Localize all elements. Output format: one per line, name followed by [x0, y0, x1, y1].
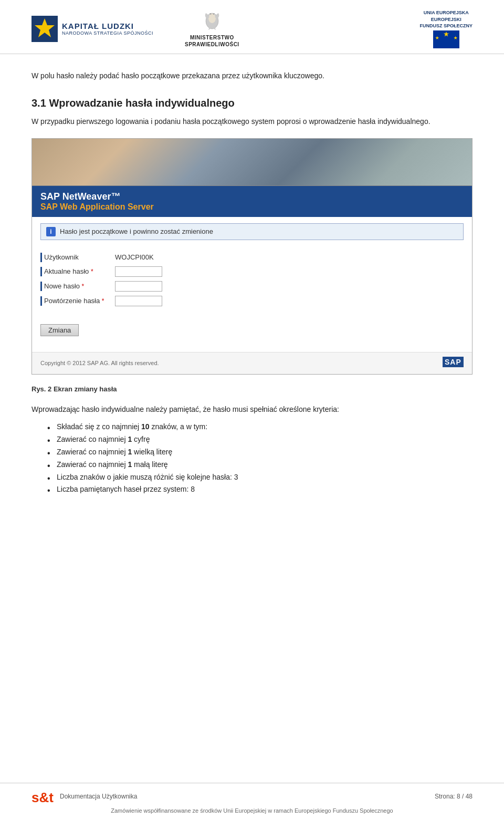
sap-form-row-user: Użytkownik WOJCPI00K — [40, 253, 464, 262]
sap-netweaver-label: SAP NetWeaver™ — [40, 191, 464, 202]
sap-form-row-new: Nowe hasło * — [40, 281, 464, 292]
section-subtitle: W przypadku pierwszego logowania i podan… — [32, 116, 472, 127]
list-item: Składać się z co najmniej 10 znaków, a w… — [47, 421, 472, 433]
st-logo-icon: s&t — [32, 789, 56, 804]
footer-bottom-text: Zamówienie współfinansowane ze środków U… — [32, 807, 472, 814]
sap-webapp-label: SAP Web Application Server — [40, 202, 464, 212]
main-content: W polu hasło należy podać hasło początko… — [0, 54, 504, 554]
list-item: Zawierać co najmniej 1 cyfrę — [47, 433, 472, 446]
svg-point-4 — [211, 14, 214, 17]
sap-form-row-repeat: Powtórzenie hasła * — [40, 296, 464, 306]
sap-label-user: Użytkownik — [40, 253, 109, 262]
kapital-star-icon — [32, 16, 58, 42]
label-bar-icon — [40, 267, 42, 276]
list-item: Liczba pamiętanych haseł przez system: 8 — [47, 483, 472, 496]
sap-logo-icon: SAP — [443, 357, 464, 367]
ministerstwo-label: MINISTERSTWO SPRAWIEDLIWOŚCI — [185, 34, 239, 48]
label-bar-icon — [40, 282, 42, 291]
page-footer: s&t Dokumentacja Użytkownika Strona: 8 /… — [0, 783, 504, 819]
svg-text:SAP: SAP — [445, 358, 461, 366]
sap-copyright-text: Copyright © 2012 SAP AG. All rights rese… — [40, 360, 159, 366]
sap-header-image — [32, 139, 472, 186]
logo-ministerstwo: MINISTERSTWO SPRAWIEDLIWOŚCI — [185, 10, 239, 48]
sap-info-text: Hasło jest początkowe i powinno zostać z… — [60, 227, 213, 235]
criteria-list: Składać się z co najmniej 10 znaków, a w… — [32, 421, 472, 496]
kapital-sub-label: NARODOWA STRATEGIA SPÓJNOŚCI — [62, 30, 153, 36]
footer-top: s&t Dokumentacja Użytkownika Strona: 8 /… — [32, 789, 472, 804]
list-item: Zawierać co najmniej 1 małą literę — [47, 459, 472, 471]
kapital-main-label: KAPITAŁ LUDZKI — [62, 22, 153, 30]
figure-caption: Rys. 2 Ekran zmiany hasła — [32, 385, 472, 393]
ue-flag-icon — [433, 30, 459, 48]
eagle-icon — [202, 10, 222, 32]
sap-label-new: Nowe hasło * — [40, 282, 109, 291]
label-bar-icon — [40, 253, 42, 262]
label-bar-icon — [40, 296, 42, 306]
kapital-text: KAPITAŁ LUDZKI NARODOWA STRATEGIA SPÓJNO… — [62, 22, 153, 36]
sap-label-current: Aktualne hasło * — [40, 267, 109, 276]
sap-user-value: WOJCPI00K — [115, 253, 154, 261]
sap-brand-logo: SAP — [443, 357, 464, 370]
logo-kapital: KAPITAŁ LUDZKI NARODOWA STRATEGIA SPÓJNO… — [32, 16, 153, 42]
list-item: Zawierać co najmniej 1 wielką literę — [47, 446, 472, 459]
footer-page-number: Strona: 8 / 48 — [435, 793, 472, 800]
sap-form-row-current: Aktualne hasło * — [40, 266, 464, 277]
sap-title-bar: SAP NetWeaver™ SAP Web Application Serve… — [32, 186, 472, 217]
sap-input-repeat-password[interactable] — [115, 296, 162, 306]
footer-logo: s&t Dokumentacja Użytkownika — [32, 789, 137, 804]
sap-info-icon: i — [46, 227, 56, 236]
sap-zmiana-button[interactable]: Zmiana — [40, 324, 79, 336]
sap-footer: Copyright © 2012 SAP AG. All rights rese… — [32, 352, 472, 374]
svg-text:s&t: s&t — [32, 790, 54, 804]
section-title: 3.1 Wprowadzanie hasła indywidualnego — [32, 97, 472, 109]
sap-form: Użytkownik WOJCPI00K Aktualne hasło * — [40, 248, 464, 346]
sap-info-bar: i Hasło jest początkowe i powinno zostać… — [40, 223, 464, 240]
list-item: Liczba znaków o jakie muszą różnić się k… — [47, 471, 472, 484]
sap-body: i Hasło jest początkowe i powinno zostać… — [32, 217, 472, 352]
ue-label: UNIA EUROPEJSKA EUROPEJSKI FUNDUSZ SPOŁE… — [419, 9, 472, 29]
page-header: KAPITAŁ LUDZKI NARODOWA STRATEGIA SPÓJNO… — [0, 0, 504, 54]
body-paragraph: Wprowadzając hasło indywidualne należy p… — [32, 403, 472, 416]
intro-paragraph: W polu hasło należy podać hasło początko… — [32, 70, 472, 81]
sap-input-new-password[interactable] — [115, 281, 162, 292]
sap-input-current-password[interactable] — [115, 266, 162, 277]
footer-doc-label: Dokumentacja Użytkownika — [60, 793, 137, 800]
logo-ue: UNIA EUROPEJSKA EUROPEJSKI FUNDUSZ SPOŁE… — [419, 9, 472, 48]
sap-label-repeat: Powtórzenie hasła * — [40, 296, 109, 306]
sap-screenshot: SAP NetWeaver™ SAP Web Application Serve… — [32, 138, 472, 375]
